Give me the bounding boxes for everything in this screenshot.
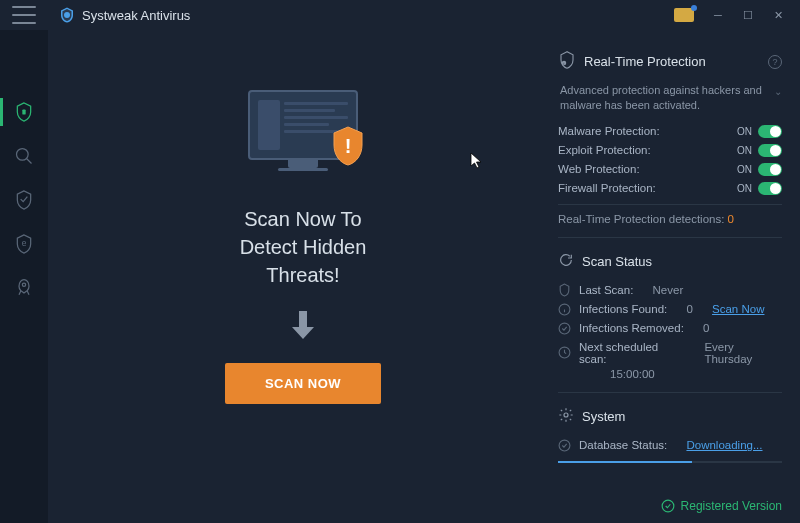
next-scheduled-time: 15:00:00 — [558, 368, 782, 380]
scan-status-title: Scan Status — [582, 254, 652, 269]
hero-panel: ! Scan Now To Detect Hidden Threats! SCA… — [48, 50, 558, 523]
app-title: Systweak Antivirus — [82, 8, 190, 23]
next-scheduled-row: Next scheduled scan: Every Thursday — [558, 338, 782, 368]
check-circle-icon — [558, 439, 571, 452]
arrow-down-icon — [289, 309, 317, 345]
svg-point-14 — [564, 413, 568, 417]
web-protection-row: Web Protection: ON — [558, 160, 782, 179]
titlebar: Systweak Antivirus ─ ☐ ✕ — [0, 0, 800, 30]
shield-check-icon — [558, 284, 571, 297]
refresh-icon — [558, 252, 574, 271]
svg-point-15 — [559, 440, 570, 451]
nav-protection[interactable] — [0, 178, 48, 222]
database-status-row: Database Status: Downloading... — [558, 436, 782, 455]
infections-found-row: Infections Found: 0 Scan Now — [558, 300, 782, 319]
warning-shield-icon: ! — [330, 125, 366, 167]
svg-point-12 — [559, 323, 570, 334]
clock-icon — [558, 346, 571, 359]
close-button[interactable]: ✕ — [764, 4, 792, 26]
svg-text:e: e — [22, 239, 27, 249]
firewall-toggle[interactable] — [758, 182, 782, 195]
svg-rect-1 — [22, 110, 25, 115]
scan-now-button[interactable]: SCAN NOW — [225, 363, 381, 404]
detections-row: Real-Time Protection detections: 0 — [558, 204, 782, 225]
app-shield-icon — [58, 6, 76, 24]
realtime-section: i Real-Time Protection ? Advanced protec… — [558, 50, 782, 238]
svg-point-16 — [662, 500, 674, 512]
database-status-value: Downloading... — [686, 439, 762, 451]
menu-toggle[interactable] — [12, 6, 36, 24]
scan-status-section: Scan Status Last Scan: Never Infections … — [558, 252, 782, 393]
shield-info-icon: i — [558, 50, 576, 73]
help-icon[interactable]: ? — [768, 55, 782, 69]
svg-line-3 — [27, 159, 32, 164]
system-title: System — [582, 409, 625, 424]
download-progress — [558, 461, 782, 463]
system-section: System Database Status: Downloading... — [558, 407, 782, 475]
scan-now-link[interactable]: Scan Now — [712, 303, 764, 315]
nav-quarantine[interactable]: e — [0, 222, 48, 266]
svg-point-0 — [64, 12, 70, 18]
nav-scan[interactable] — [0, 134, 48, 178]
maximize-button[interactable]: ☐ — [734, 4, 762, 26]
premium-badge-icon[interactable] — [674, 8, 694, 22]
minimize-button[interactable]: ─ — [704, 4, 732, 26]
realtime-title: Real-Time Protection — [584, 54, 706, 69]
hero-heading: Scan Now To Detect Hidden Threats! — [240, 205, 367, 289]
monitor-illustration: ! — [248, 90, 358, 175]
registered-badge: Registered Version — [661, 499, 782, 513]
nav-boost[interactable] — [0, 266, 48, 310]
svg-text:!: ! — [345, 135, 352, 157]
exploit-toggle[interactable] — [758, 144, 782, 157]
chevron-down-icon[interactable]: ⌄ — [774, 85, 782, 99]
nav-home[interactable] — [0, 90, 48, 134]
exploit-protection-row: Exploit Protection: ON — [558, 141, 782, 160]
svg-point-2 — [17, 149, 29, 161]
web-toggle[interactable] — [758, 163, 782, 176]
gear-icon — [558, 407, 574, 426]
firewall-protection-row: Firewall Protection: ON — [558, 179, 782, 198]
last-scan-row: Last Scan: Never — [558, 281, 782, 300]
sidebar: e — [0, 30, 48, 523]
malware-protection-row: Malware Protection: ON — [558, 122, 782, 141]
status-panel: i Real-Time Protection ? Advanced protec… — [558, 50, 800, 523]
realtime-status-message: Advanced protection against hackers and … — [558, 83, 782, 114]
malware-toggle[interactable] — [758, 125, 782, 138]
svg-point-5 — [22, 283, 25, 286]
check-circle-icon — [558, 322, 571, 335]
infections-removed-row: Infections Removed: 0 — [558, 319, 782, 338]
info-icon — [558, 303, 571, 316]
